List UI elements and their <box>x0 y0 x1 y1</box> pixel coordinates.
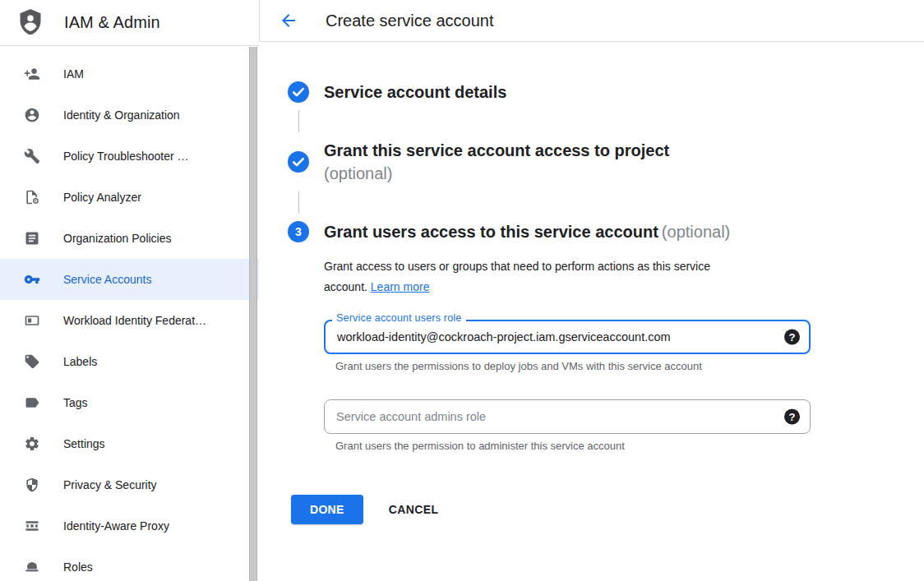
step-3-title: Grant users access to this service accou… <box>324 220 730 243</box>
done-button[interactable]: DONE <box>291 495 363 524</box>
person-add-icon <box>24 66 40 82</box>
sidebar-item-organization-policies[interactable]: Organization Policies <box>0 218 259 259</box>
step-3-description: Grant access to users or groups that nee… <box>324 256 753 297</box>
back-arrow-icon <box>279 11 298 30</box>
step-3-grant-users-access[interactable]: 3 Grant users access to this service acc… <box>288 220 924 243</box>
admins-role-field-wrapper: ? <box>324 399 811 434</box>
sidebar-item-policy-troubleshooter[interactable]: Policy Troubleshooter … <box>0 136 259 177</box>
step-3-number-badge: 3 <box>288 221 309 242</box>
shield-half-icon <box>24 477 40 493</box>
help-icon[interactable]: ? <box>784 330 800 345</box>
sidebar-item-label: Roles <box>63 560 93 574</box>
sidebar-item-label: Organization Policies <box>63 232 172 245</box>
wrench-icon <box>24 148 40 164</box>
role-fields: Service account users role ? Grant users… <box>324 320 811 452</box>
users-role-field-wrapper: Service account users role ? <box>324 320 811 354</box>
back-button[interactable] <box>279 11 298 30</box>
gear-icon <box>24 436 40 452</box>
sidebar-item-label: Labels <box>63 355 97 368</box>
sidebar-item-workload-identity-federation[interactable]: Workload Identity Federat… <box>0 300 259 341</box>
sidebar-item-identity-organization[interactable]: Identity & Organization <box>0 95 259 136</box>
badge-card-icon <box>24 312 40 329</box>
tag-icon <box>24 353 40 370</box>
sidebar-item-roles[interactable]: Roles <box>0 546 259 581</box>
sidebar-item-service-accounts[interactable]: Service Accounts <box>0 259 259 300</box>
step-1-check-icon <box>288 81 309 103</box>
step-1-service-account-details[interactable]: Service account details <box>288 81 924 104</box>
wizard-content: Service account details Grant this servi… <box>259 42 924 524</box>
product-title: IAM & Admin <box>64 13 160 32</box>
sidebar-item-identity-aware-proxy[interactable]: Identity-Aware Proxy <box>0 505 259 546</box>
proxy-strip-icon <box>24 518 40 534</box>
sidebar-scrollbar-thumb[interactable] <box>249 47 257 581</box>
step-3-body: Grant access to users or groups that nee… <box>324 256 924 524</box>
iam-shield-icon <box>18 9 43 36</box>
key-icon <box>24 271 40 288</box>
admins-role-input[interactable] <box>324 399 811 434</box>
sidebar-item-label: Privacy & Security <box>63 478 157 491</box>
page-header: Create service account <box>259 0 924 42</box>
sidebar-header: IAM & Admin <box>0 0 259 46</box>
sidebar-item-label: Settings <box>63 437 105 450</box>
users-role-input[interactable] <box>324 320 811 354</box>
sidebar-item-privacy-security[interactable]: Privacy & Security <box>0 464 259 505</box>
sidebar-item-label: Identity-Aware Proxy <box>63 519 169 533</box>
learn-more-link[interactable]: Learn more <box>371 280 430 293</box>
help-icon[interactable]: ? <box>784 409 800 425</box>
sidebar-item-label: IAM <box>63 67 84 81</box>
sidebar-item-label: Policy Analyzer <box>63 191 141 204</box>
admins-role-helper-text: Grant users the permission to administer… <box>335 440 811 452</box>
step-2-check-icon <box>288 151 309 173</box>
users-role-helper-text: Grant users the permissions to deploy jo… <box>335 360 811 372</box>
step-2-optional-label: (optional) <box>324 162 669 185</box>
wizard-actions: DONE CANCEL <box>291 495 924 524</box>
document-gear-icon <box>24 189 40 205</box>
sidebar-item-label: Tags <box>63 396 88 409</box>
article-icon <box>24 230 40 247</box>
step-1-title: Service account details <box>324 81 506 104</box>
sidebar-item-policy-analyzer[interactable]: Policy Analyzer <box>0 177 259 218</box>
sidebar-nav: IAM Identity & Organization Policy Troub… <box>0 46 259 581</box>
hat-icon <box>24 559 40 575</box>
users-role-field-label: Service account users role <box>332 312 466 324</box>
sidebar-item-iam[interactable]: IAM <box>0 53 259 95</box>
step-2-grant-access-to-project[interactable]: Grant this service account access to pro… <box>288 139 924 185</box>
sidebar: IAM & Admin IAM Identity & Organization … <box>0 0 259 581</box>
sidebar-item-label: Policy Troubleshooter … <box>63 150 189 163</box>
sidebar-item-labels[interactable]: Labels <box>0 341 259 382</box>
step-connector <box>298 191 299 214</box>
sidebar-item-settings[interactable]: Settings <box>0 423 259 464</box>
sidebar-item-tags[interactable]: Tags <box>0 382 259 423</box>
sidebar-item-label: Workload Identity Federat… <box>63 314 206 327</box>
step-2-title: Grant this service account access to pro… <box>324 139 669 185</box>
cancel-button[interactable]: CANCEL <box>389 503 439 516</box>
step-connector <box>298 110 299 132</box>
step-3-optional-label: (optional) <box>662 223 730 241</box>
sidebar-item-label: Identity & Organization <box>63 108 180 122</box>
label-arrow-icon <box>24 394 40 411</box>
main-panel: Create service account Service account d… <box>259 0 924 581</box>
page-title: Create service account <box>326 12 494 30</box>
sidebar-item-label: Service Accounts <box>63 273 151 286</box>
account-circle-icon <box>24 107 40 123</box>
